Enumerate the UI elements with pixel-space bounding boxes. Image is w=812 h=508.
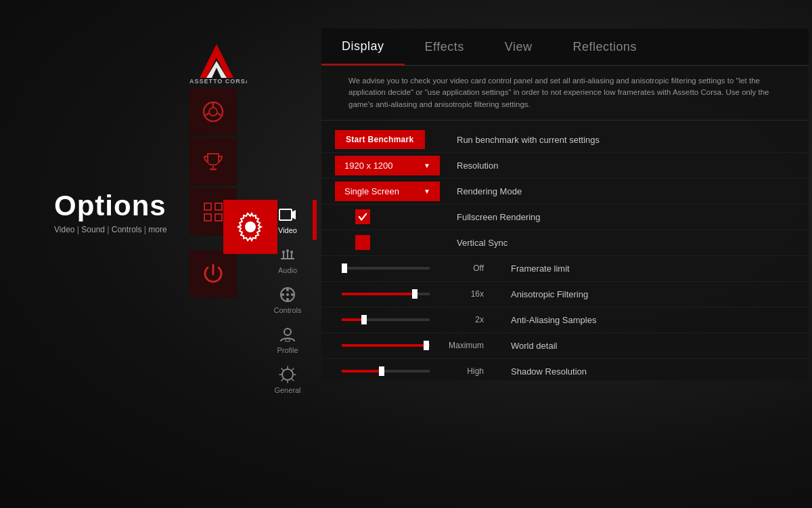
aa-samples-row: 2x Anti-Aliasing Samples [321,308,809,333]
anisotropic-row: 16x Anisotropic Filtering [321,282,809,308]
svg-point-25 [286,298,289,301]
svg-point-27 [291,293,294,296]
world-fill [342,344,430,347]
framerate-value: Off [443,263,497,273]
info-text: We advise you to check your video card c… [321,66,809,121]
framerate-control [321,267,443,270]
rendering-mode-label: Rendering Mode [443,186,809,196]
world-detail-label: World detail [497,341,809,351]
dropdown-arrow-resolution: ▼ [424,162,430,169]
svg-text:ASSETTO CORSA: ASSETTO CORSA [189,78,247,85]
tabs-bar: Display Effects View Reflections [321,28,809,66]
options-subtitle: Video | Sound | Controls | more [54,225,167,234]
anisotropic-thumb [412,289,418,299]
subtitle-more[interactable]: more [148,225,166,234]
aa-samples-label: Anti-Aliasing Samples [497,315,809,325]
world-slider-container [335,344,436,347]
aa-samples-control [321,318,443,321]
world-detail-control [321,344,443,347]
shadow-slider[interactable] [342,370,430,373]
resolution-dropdown[interactable]: 1920 x 1200 ▼ [335,156,440,175]
dropdown-arrow-rendering: ▼ [424,188,430,195]
anisotropic-slider-container [335,293,436,295]
resolution-control: 1920 x 1200 ▼ [321,156,443,175]
shadow-fill [342,370,384,373]
fullscreen-control [321,209,443,224]
tab-view[interactable]: View [484,28,553,65]
anisotropic-label: Anisotropic Filtering [497,289,809,299]
world-thumb [424,341,429,350]
subtitle-video[interactable]: Video [54,225,74,234]
world-detail-value: Maximum [443,341,497,350]
svg-rect-12 [204,214,211,221]
svg-point-28 [286,293,289,296]
framerate-slider-container [335,267,436,270]
shadow-thumb [379,366,384,376]
tab-effects[interactable]: Effects [405,28,484,65]
gear-icon-big [223,200,277,254]
svg-rect-10 [204,203,211,210]
subtitle-sound[interactable]: Sound [81,225,105,234]
nav-label-profile: Profile [277,346,298,354]
svg-rect-13 [215,214,222,221]
nav-label-audio: Audio [278,266,297,274]
nav-item-general[interactable]: General [264,360,311,400]
shadow-res-label: Shadow Resolution [497,366,809,377]
options-title: Options [54,190,167,222]
benchmark-control: Start Benchmark [321,130,443,149]
framerate-slider[interactable] [342,267,430,270]
nav-item-profile[interactable]: Profile [264,320,311,360]
framerate-label: Framerate limit [497,263,809,274]
fullscreen-row: Fullscreen Rendering [321,205,809,230]
nav-item-controls[interactable]: Controls [264,280,311,320]
rendering-mode-dropdown[interactable]: Single Screen ▼ [335,182,440,201]
shadow-slider-container [335,370,436,373]
aa-slider-container [335,318,436,321]
fullscreen-checkbox[interactable] [355,209,370,224]
vsync-control [321,235,443,250]
svg-point-24 [286,289,289,291]
svg-rect-14 [279,209,292,220]
svg-point-29 [284,329,291,335]
benchmark-button[interactable]: Start Benchmark [335,130,425,149]
shadow-res-row: High Shadow Resolution [321,359,809,381]
anisotropic-control [321,293,443,295]
framerate-thumb [342,263,347,273]
aa-samples-value: 2x [443,315,497,324]
tab-display[interactable]: Display [321,28,405,65]
framerate-row: Off Framerate limit [321,256,809,282]
settings-content: Start Benchmark Run benchmark with curre… [321,121,809,381]
subtitle-controls[interactable]: Controls [112,225,142,234]
tab-reflections[interactable]: Reflections [552,28,657,65]
aa-slider[interactable] [342,318,430,321]
sidebar-race-button[interactable] [189,88,237,135]
benchmark-row: Start Benchmark Run benchmark with curre… [321,127,809,153]
options-section: Options Video | Sound | Controls | more [54,190,167,234]
rendering-mode-value: Single Screen [344,186,399,196]
anisotropic-value: 16x [443,289,497,299]
benchmark-desc: Run benchmark with current settings [443,135,809,145]
svg-rect-30 [286,339,290,341]
world-detail-row: Maximum World detail [321,333,809,359]
resolution-label: Resolution [443,161,809,171]
resolution-value: 1920 x 1200 [344,161,393,171]
fullscreen-label: Fullscreen Rendering [443,212,809,222]
rendering-mode-control: Single Screen ▼ [321,182,443,201]
vsync-checkbox[interactable] [355,235,370,250]
resolution-row: 1920 x 1200 ▼ Resolution [321,153,809,179]
shadow-res-control [321,370,443,373]
power-button[interactable] [189,251,237,298]
vsync-label: Vertical Sync [443,238,809,248]
app-logo: ASSETTO CORSA [183,34,250,88]
svg-point-26 [281,293,284,296]
world-slider[interactable] [342,344,430,347]
nav-label-video: Video [278,226,297,234]
nav-label-controls: Controls [274,306,302,314]
svg-rect-11 [215,203,222,210]
shadow-res-value: High [443,366,497,376]
aa-thumb [361,315,367,324]
anisotropic-slider[interactable] [342,293,430,295]
svg-line-7 [217,113,222,116]
sidebar-trophy-button[interactable] [189,138,237,186]
svg-line-6 [204,113,209,116]
